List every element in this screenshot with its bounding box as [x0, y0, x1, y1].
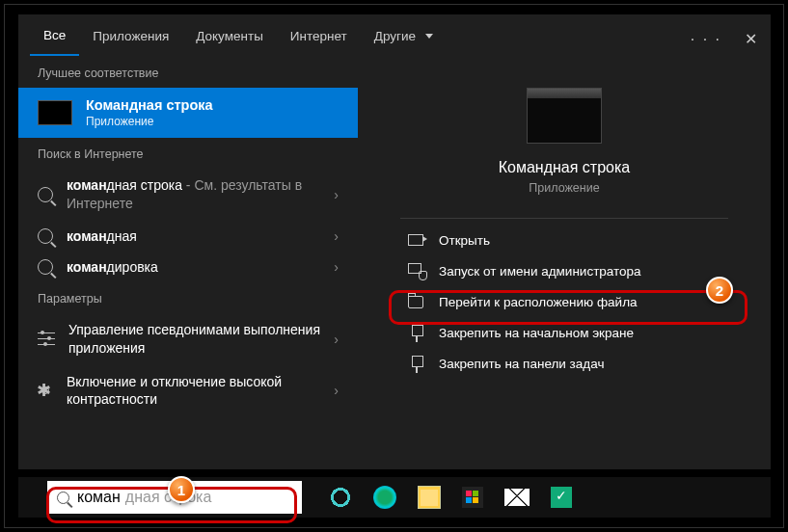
mail-icon[interactable] [504, 489, 530, 506]
settings-result[interactable]: Управление псевдонимами выполнения прило… [18, 313, 358, 365]
tab-all[interactable]: Все [30, 16, 79, 56]
search-icon [38, 228, 53, 244]
search-typed-text: коман [77, 489, 121, 506]
action-open[interactable]: Открыть [391, 225, 738, 255]
action-run-as-admin[interactable]: Запуск от имени администратора [391, 255, 738, 286]
explorer-icon[interactable] [418, 486, 441, 509]
web-result[interactable]: командная › [18, 221, 358, 252]
preview-title: Командная строка [499, 159, 631, 176]
action-open-location[interactable]: Перейти к расположению файла [391, 286, 738, 317]
action-pin-taskbar[interactable]: Закрепить на панели задач [391, 348, 738, 379]
pin-icon [408, 356, 425, 371]
store-icon[interactable] [462, 487, 483, 508]
chevron-right-icon: › [334, 383, 339, 398]
search-icon [57, 492, 69, 504]
cmd-icon [38, 100, 72, 125]
chevron-right-icon: › [334, 228, 339, 244]
section-best-match: Лучшее соответствие [18, 57, 358, 88]
web-result[interactable]: командная строка - См. результаты в Инте… [18, 169, 358, 221]
app-tile-icon [527, 88, 602, 144]
cortana-icon[interactable] [329, 486, 352, 509]
section-settings: Параметры [18, 282, 358, 313]
open-icon [408, 232, 425, 248]
preview-pane: Командная строка Приложение Открыть Запу… [358, 57, 771, 469]
chevron-right-icon: › [334, 259, 339, 275]
tab-more[interactable]: Другие [361, 17, 447, 55]
section-web: Поиск в Интернете [18, 138, 358, 169]
search-tabs: Все Приложения Документы Интернет Другие… [18, 14, 771, 57]
brightness-icon [38, 383, 53, 398]
close-button[interactable]: ✕ [739, 24, 763, 54]
chevron-down-icon [425, 34, 433, 39]
annotation-badge: 2 [706, 277, 733, 304]
best-match-item[interactable]: Командная строка Приложение [18, 88, 358, 138]
preview-subtitle: Приложение [529, 181, 599, 195]
annotation-badge: 1 [168, 476, 195, 503]
edge-icon[interactable] [373, 486, 396, 509]
sliders-icon [38, 332, 55, 346]
tab-internet[interactable]: Интернет [277, 17, 361, 55]
folder-icon [408, 294, 425, 309]
web-result[interactable]: командировка › [18, 252, 358, 282]
chevron-right-icon: › [334, 332, 339, 347]
admin-icon [408, 263, 425, 279]
search-icon [38, 187, 53, 202]
results-list: Лучшее соответствие Командная строка При… [18, 57, 358, 469]
security-icon[interactable] [551, 487, 572, 508]
action-pin-start[interactable]: Закрепить на начальном экране [391, 317, 738, 348]
pin-icon [408, 325, 425, 340]
taskbar: командная строка [18, 477, 771, 518]
tab-documents[interactable]: Документы [182, 17, 277, 55]
tab-apps[interactable]: Приложения [79, 17, 182, 55]
more-options-button[interactable]: · · · [691, 31, 721, 48]
search-icon [38, 259, 53, 275]
divider [400, 218, 728, 219]
settings-result[interactable]: Включение и отключение высокой контрастн… [18, 365, 358, 417]
chevron-right-icon: › [334, 187, 339, 202]
